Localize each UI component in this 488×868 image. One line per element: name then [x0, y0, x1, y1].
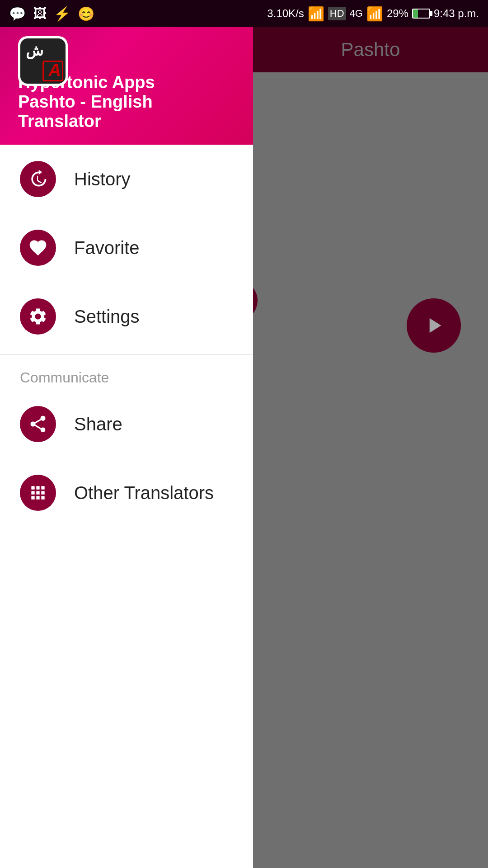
menu-item-history[interactable]: History — [0, 145, 253, 213]
settings-icon-circle — [20, 298, 56, 335]
favorite-label: Favorite — [74, 238, 140, 258]
heart-icon — [28, 238, 48, 258]
main-menu-section: History Favorite Settings — [0, 145, 253, 351]
menu-item-settings[interactable]: Settings — [0, 282, 253, 351]
settings-label: Settings — [74, 307, 140, 327]
app-logo: ش A — [18, 36, 68, 86]
status-bar-right-info: 3.10K/s 📶 HD 4G 📶 29% 9:43 p.m. — [267, 6, 479, 22]
menu-item-favorite[interactable]: Favorite — [0, 213, 253, 282]
other-translators-icon-circle — [20, 475, 56, 511]
network-speed: 3.10K/s — [267, 7, 304, 20]
menu-item-other-translators[interactable]: Other Translators — [0, 458, 253, 527]
clock-icon — [28, 169, 48, 189]
gear-icon — [28, 307, 48, 326]
wifi-icon: 📶 — [308, 6, 324, 22]
logo-pashto-text: ش — [26, 42, 43, 59]
history-icon-circle — [20, 161, 56, 197]
drawer-scrim[interactable] — [253, 0, 488, 868]
navigation-drawer: ش A Hypertonic Apps Pashto - English Tra… — [0, 0, 253, 868]
app-name-line2: Pashto - English Translator — [18, 92, 235, 131]
battery-icon — [412, 9, 430, 19]
share-icon — [28, 414, 48, 434]
whatsapp-icon: 💬 — [9, 6, 26, 22]
status-bar-left-icons: 💬 🖼 ⚡ 😊 — [9, 6, 94, 22]
history-label: History — [74, 169, 130, 189]
hd-icon: HD — [328, 7, 346, 20]
status-bar: 💬 🖼 ⚡ 😊 3.10K/s 📶 HD 4G 📶 29% 9:43 p.m. — [0, 0, 488, 27]
emoji-icon: 😊 — [78, 6, 94, 22]
signal-icon: 📶 — [366, 6, 383, 22]
menu-divider — [0, 354, 253, 355]
menu-item-share[interactable]: Share — [0, 390, 253, 458]
favorite-icon-circle — [20, 230, 56, 266]
battery-percent: 29% — [387, 7, 408, 20]
logo-border — [42, 61, 63, 81]
share-label: Share — [74, 414, 122, 434]
other-translators-label: Other Translators — [74, 483, 214, 503]
grid-icon — [28, 483, 48, 503]
drawer-menu: History Favorite Settings — [0, 145, 253, 868]
image-icon: 🖼 — [33, 6, 47, 21]
share-icon-circle — [20, 406, 56, 442]
communicate-section: Communicate Share Other Translators — [0, 359, 253, 527]
communicate-section-label: Communicate — [0, 359, 253, 390]
4g-icon: 4G — [350, 8, 363, 19]
usb-icon: ⚡ — [54, 6, 70, 22]
time-display: 9:43 p.m. — [434, 7, 479, 20]
